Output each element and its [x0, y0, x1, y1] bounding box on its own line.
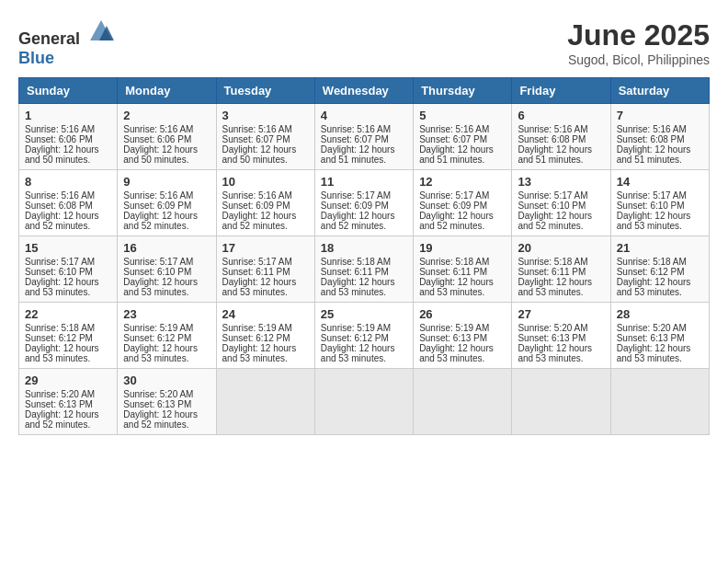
day-number: 28: [617, 307, 703, 321]
table-row: 30Sunrise: 5:20 AMSunset: 6:13 PMDayligh…: [118, 369, 216, 435]
col-wednesday: Wednesday: [314, 78, 413, 104]
day-number: 24: [222, 307, 309, 321]
daylight-label: Daylight: 12 hoursand 52 minutes.: [123, 211, 198, 231]
sunset-label: Sunset: 6:09 PM: [419, 201, 487, 211]
sunset-label: Sunset: 6:09 PM: [321, 201, 389, 211]
sunrise-label: Sunrise: 5:16 AM: [222, 190, 292, 201]
location-title: Sugod, Bicol, Philippines: [567, 52, 710, 67]
sunset-label: Sunset: 6:13 PM: [419, 333, 487, 343]
daylight-label: Daylight: 12 hoursand 50 minutes.: [25, 144, 99, 165]
table-row: 8Sunrise: 5:16 AMSunset: 6:08 PMDaylight…: [19, 170, 118, 236]
sunrise-label: Sunrise: 5:17 AM: [617, 190, 687, 201]
daylight-label: Daylight: 12 hoursand 52 minutes.: [222, 211, 297, 231]
title-area: June 2025 Sugod, Bicol, Philippines: [567, 18, 710, 67]
table-row: 10Sunrise: 5:16 AMSunset: 6:09 PMDayligh…: [216, 170, 314, 236]
table-row: 24Sunrise: 5:19 AMSunset: 6:12 PMDayligh…: [216, 303, 314, 369]
daylight-label: Daylight: 12 hoursand 52 minutes.: [518, 211, 592, 231]
table-row: 16Sunrise: 5:17 AMSunset: 6:10 PMDayligh…: [118, 236, 216, 303]
daylight-label: Daylight: 12 hoursand 52 minutes.: [123, 409, 198, 430]
table-row: 18Sunrise: 5:18 AMSunset: 6:11 PMDayligh…: [314, 236, 413, 303]
table-row: 14Sunrise: 5:17 AMSunset: 6:10 PMDayligh…: [610, 170, 709, 236]
sunrise-label: Sunrise: 5:16 AM: [617, 124, 687, 134]
day-number: 27: [518, 307, 604, 321]
day-number: 26: [419, 307, 506, 321]
page-header: General Blue June 2025 Sugod, Bicol, Phi…: [18, 18, 710, 68]
sunset-label: Sunset: 6:08 PM: [617, 134, 685, 144]
sunset-label: Sunset: 6:10 PM: [123, 267, 191, 277]
week-row-3: 15Sunrise: 5:17 AMSunset: 6:10 PMDayligh…: [19, 236, 710, 303]
table-row: 25Sunrise: 5:19 AMSunset: 6:12 PMDayligh…: [314, 303, 413, 369]
day-number: 4: [321, 109, 407, 122]
col-sunday: Sunday: [19, 78, 118, 104]
logo-icon: [88, 18, 114, 44]
daylight-label: Daylight: 12 hoursand 53 minutes.: [123, 343, 198, 363]
daylight-label: Daylight: 12 hoursand 52 minutes.: [25, 409, 99, 430]
table-row: 4Sunrise: 5:16 AMSunset: 6:07 PMDaylight…: [314, 104, 413, 170]
day-number: 3: [222, 109, 309, 122]
day-number: 19: [419, 241, 506, 255]
logo: General Blue: [18, 18, 114, 68]
week-row-2: 8Sunrise: 5:16 AMSunset: 6:08 PMDaylight…: [19, 170, 710, 236]
daylight-label: Daylight: 12 hoursand 53 minutes.: [419, 277, 494, 297]
sunset-label: Sunset: 6:08 PM: [25, 201, 93, 211]
day-number: 10: [222, 175, 309, 189]
daylight-label: Daylight: 12 hoursand 50 minutes.: [222, 144, 297, 165]
sunrise-label: Sunrise: 5:20 AM: [617, 323, 687, 333]
day-number: 9: [123, 175, 210, 189]
sunset-label: Sunset: 6:06 PM: [25, 134, 93, 144]
table-row: [610, 369, 709, 435]
sunrise-label: Sunrise: 5:17 AM: [321, 190, 391, 201]
table-row: 27Sunrise: 5:20 AMSunset: 6:13 PMDayligh…: [512, 303, 610, 369]
sunset-label: Sunset: 6:07 PM: [321, 134, 389, 144]
sunset-label: Sunset: 6:13 PM: [617, 333, 685, 343]
daylight-label: Daylight: 12 hoursand 53 minutes.: [617, 277, 691, 297]
daylight-label: Daylight: 12 hoursand 52 minutes.: [25, 211, 99, 231]
sunrise-label: Sunrise: 5:20 AM: [25, 389, 95, 399]
daylight-label: Daylight: 12 hoursand 51 minutes.: [617, 144, 691, 165]
sunrise-label: Sunrise: 5:19 AM: [222, 323, 292, 333]
sunset-label: Sunset: 6:11 PM: [419, 267, 487, 277]
table-row: 21Sunrise: 5:18 AMSunset: 6:12 PMDayligh…: [610, 236, 709, 303]
daylight-label: Daylight: 12 hoursand 51 minutes.: [321, 144, 395, 165]
day-number: 23: [123, 307, 210, 321]
sunset-label: Sunset: 6:07 PM: [222, 134, 290, 144]
calendar-table: Sunday Monday Tuesday Wednesday Thursday…: [18, 77, 710, 435]
day-number: 13: [518, 175, 604, 189]
day-number: 21: [617, 241, 703, 255]
table-row: 7Sunrise: 5:16 AMSunset: 6:08 PMDaylight…: [610, 104, 709, 170]
sunrise-label: Sunrise: 5:17 AM: [25, 257, 95, 267]
table-row: 3Sunrise: 5:16 AMSunset: 6:07 PMDaylight…: [216, 104, 314, 170]
sunrise-label: Sunrise: 5:19 AM: [419, 323, 489, 333]
day-number: 14: [617, 175, 703, 189]
table-row: 6Sunrise: 5:16 AMSunset: 6:08 PMDaylight…: [512, 104, 610, 170]
day-number: 8: [25, 175, 111, 189]
sunrise-label: Sunrise: 5:17 AM: [419, 190, 489, 201]
sunrise-label: Sunrise: 5:16 AM: [25, 124, 95, 134]
sunset-label: Sunset: 6:11 PM: [518, 267, 586, 277]
sunset-label: Sunset: 6:12 PM: [321, 333, 389, 343]
table-row: 1Sunrise: 5:16 AMSunset: 6:06 PMDaylight…: [19, 104, 118, 170]
col-thursday: Thursday: [414, 78, 512, 104]
sunset-label: Sunset: 6:10 PM: [25, 267, 93, 277]
table-row: 26Sunrise: 5:19 AMSunset: 6:13 PMDayligh…: [414, 303, 512, 369]
day-number: 30: [123, 373, 210, 387]
sunrise-label: Sunrise: 5:17 AM: [222, 257, 292, 267]
sunset-label: Sunset: 6:09 PM: [222, 201, 290, 211]
day-number: 25: [321, 307, 407, 321]
sunrise-label: Sunrise: 5:16 AM: [123, 190, 193, 201]
month-title: June 2025: [567, 18, 710, 52]
daylight-label: Daylight: 12 hoursand 52 minutes.: [419, 211, 494, 231]
sunrise-label: Sunrise: 5:18 AM: [25, 323, 95, 333]
daylight-label: Daylight: 12 hoursand 53 minutes.: [617, 343, 691, 363]
col-saturday: Saturday: [610, 78, 709, 104]
logo-blue: Blue: [18, 49, 54, 67]
sunrise-label: Sunrise: 5:19 AM: [321, 323, 391, 333]
sunrise-label: Sunrise: 5:17 AM: [123, 257, 193, 267]
sunset-label: Sunset: 6:13 PM: [518, 333, 586, 343]
table-row: 9Sunrise: 5:16 AMSunset: 6:09 PMDaylight…: [118, 170, 216, 236]
sunset-label: Sunset: 6:10 PM: [617, 201, 685, 211]
sunrise-label: Sunrise: 5:20 AM: [123, 389, 193, 399]
table-row: 13Sunrise: 5:17 AMSunset: 6:10 PMDayligh…: [512, 170, 610, 236]
table-row: 23Sunrise: 5:19 AMSunset: 6:12 PMDayligh…: [118, 303, 216, 369]
day-number: 6: [518, 109, 604, 122]
